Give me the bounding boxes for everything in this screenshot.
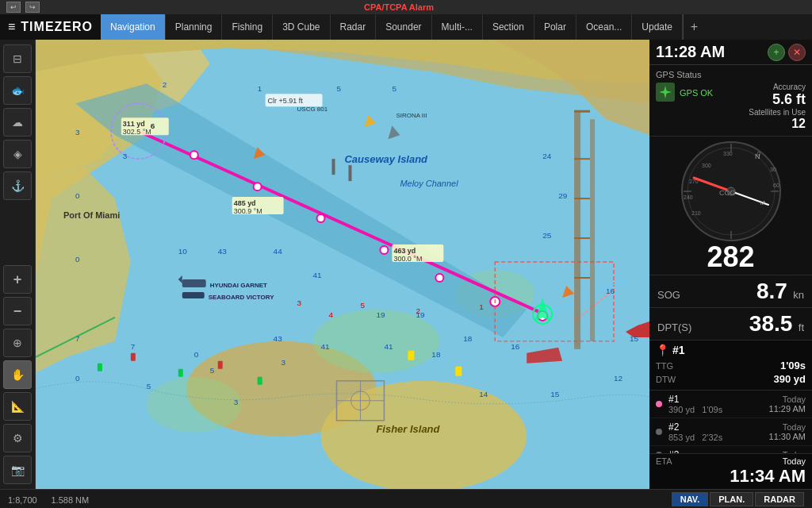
route-time-1: 1'09s <box>702 405 722 414</box>
ais-button[interactable]: ◈ <box>3 140 32 168</box>
tab-sounder[interactable]: Sounder <box>376 14 431 40</box>
layers-button[interactable]: ⊟ <box>3 44 32 73</box>
tab-ocean[interactable]: Ocean... <box>576 14 632 40</box>
dpt-unit: ft <box>799 321 804 333</box>
svg-text:300.0 °M: 300.0 °M <box>393 255 422 263</box>
svg-text:5: 5 <box>360 301 365 310</box>
eta-time: 11:34 AM <box>656 466 806 487</box>
svg-text:2: 2 <box>416 306 420 315</box>
svg-text:300.9 °M: 300.9 °M <box>234 207 262 215</box>
satellites-value: 12 <box>749 117 806 131</box>
svg-rect-106 <box>408 351 414 360</box>
tab-section[interactable]: Section <box>483 14 534 40</box>
route-wp-1: #1 <box>668 394 769 405</box>
dtw-label: DTW <box>656 375 676 384</box>
svg-text:5: 5 <box>392 84 396 93</box>
tab-update[interactable]: Update <box>632 14 683 40</box>
svg-text:18: 18 <box>463 334 473 343</box>
route-day-2: Today <box>769 422 806 432</box>
svg-text:3: 3 <box>282 358 286 367</box>
svg-text:41: 41 <box>321 342 331 351</box>
tab-radar[interactable]: Radar <box>331 14 377 40</box>
hand-tool-button[interactable]: ✋ <box>3 360 32 389</box>
zoom-fit-button[interactable]: ⊕ <box>3 329 32 357</box>
svg-point-20 <box>317 214 325 222</box>
satellites-label: Satellites in Use <box>749 108 806 117</box>
svg-text:7: 7 <box>131 342 136 351</box>
eta-label: ETA <box>656 456 672 466</box>
svg-text:41: 41 <box>313 271 323 279</box>
svg-text:3: 3 <box>297 298 302 307</box>
app-logo: ≡ TIMEZERO <box>0 14 101 40</box>
svg-text:44: 44 <box>274 247 283 256</box>
route-item-3[interactable]: #3 Today <box>649 446 812 453</box>
tab-navigation[interactable]: Navigation <box>101 14 166 40</box>
svg-point-19 <box>254 183 262 190</box>
tab-fishing[interactable]: Fishing <box>222 14 273 40</box>
svg-text:210: 210 <box>691 210 701 216</box>
tab-planning[interactable]: Planning <box>166 14 223 40</box>
svg-text:1: 1 <box>258 84 262 93</box>
bottom-nav-buttons: NAV. PLAN. RADAR <box>672 492 804 506</box>
zoom-in-button[interactable]: + <box>3 265 32 294</box>
svg-text:30: 30 <box>770 167 776 172</box>
accuracy-label: Accuracy <box>749 83 806 91</box>
redo-button[interactable]: ↪ <box>25 2 40 13</box>
tab-polar[interactable]: Polar <box>534 14 576 40</box>
close-panel-button[interactable]: ✕ <box>788 44 806 61</box>
svg-text:300: 300 <box>702 163 711 168</box>
route-main-1: #1 390 yd 1'09s <box>668 394 769 414</box>
svg-text:3: 3 <box>234 398 239 406</box>
svg-text:240: 240 <box>684 194 693 200</box>
menu-icon[interactable]: ≡ <box>8 20 16 34</box>
svg-text:SEABOARD VICTORY: SEABOARD VICTORY <box>209 294 274 301</box>
svg-text:10: 10 <box>178 247 188 256</box>
svg-rect-110 <box>258 377 262 385</box>
fish-button[interactable]: 🐟 <box>3 76 32 105</box>
zoom-out-button[interactable]: − <box>3 297 32 325</box>
plan-button[interactable]: PLAN. <box>710 492 753 506</box>
svg-text:3: 3 <box>123 152 128 160</box>
tab-3dcube[interactable]: 3D Cube <box>273 14 330 40</box>
svg-text:15: 15 <box>630 334 639 343</box>
svg-text:19: 19 <box>376 310 385 319</box>
add-panel-button[interactable]: + <box>768 44 785 61</box>
scale-nm: 1.588 NM <box>51 495 89 505</box>
compass-section: 330 300 270 240 210 0 30 60 COG °M <box>649 137 812 275</box>
add-tab-button[interactable]: + <box>683 14 705 40</box>
undo-button[interactable]: ↩ <box>6 2 21 13</box>
svg-text:60: 60 <box>773 183 779 188</box>
chart-area[interactable]: Fisher Island HYUNDAI GARNET <box>36 40 649 489</box>
compass-value: 282 <box>707 243 754 271</box>
panel-buttons: + ✕ <box>768 44 806 61</box>
navbar: ≡ TIMEZERO Navigation Planning Fishing 3… <box>0 14 812 40</box>
nav-button[interactable]: NAV. <box>672 492 708 506</box>
svg-text:USCG 801: USCG 801 <box>297 106 328 113</box>
camera-button[interactable]: 📷 <box>3 456 32 484</box>
svg-text:18: 18 <box>431 350 441 359</box>
route-item-1[interactable]: #1 390 yd 1'09s Today 11:29 AM <box>649 391 812 418</box>
route-item-2[interactable]: #2 853 yd 2'32s Today 11:30 AM <box>649 418 812 446</box>
settings-button[interactable]: ⚙ <box>3 424 32 452</box>
svg-text:311 yd: 311 yd <box>123 120 145 128</box>
svg-text:24: 24 <box>542 152 552 160</box>
svg-text:0: 0 <box>194 350 199 359</box>
scale-ratio: 1:8,700 <box>8 495 37 505</box>
svg-text:6: 6 <box>151 121 155 130</box>
ruler-button[interactable]: 📐 <box>3 392 32 421</box>
weather-button[interactable]: ☁ <box>3 108 32 137</box>
accuracy-value: 5.6 ft <box>749 91 806 108</box>
ttg-label: TTG <box>656 361 673 371</box>
anchor-button[interactable]: ⚓ <box>3 171 32 200</box>
route-clock-2: 11:30 AM <box>769 432 806 441</box>
svg-text:Meloy Channel: Meloy Channel <box>400 179 458 188</box>
svg-rect-31 <box>182 292 205 298</box>
ttg-value: 1'09s <box>780 360 806 371</box>
svg-text:°M: °M <box>757 199 765 206</box>
radar-button[interactable]: RADAR <box>755 492 804 506</box>
route-right-2: Today 11:30 AM <box>769 422 806 441</box>
svg-rect-115 <box>348 165 351 181</box>
svg-text:HYUNDAI GARNET: HYUNDAI GARNET <box>210 282 267 289</box>
dpt-value: 38.5 <box>749 311 793 336</box>
tab-multi[interactable]: Multi-... <box>432 14 483 40</box>
